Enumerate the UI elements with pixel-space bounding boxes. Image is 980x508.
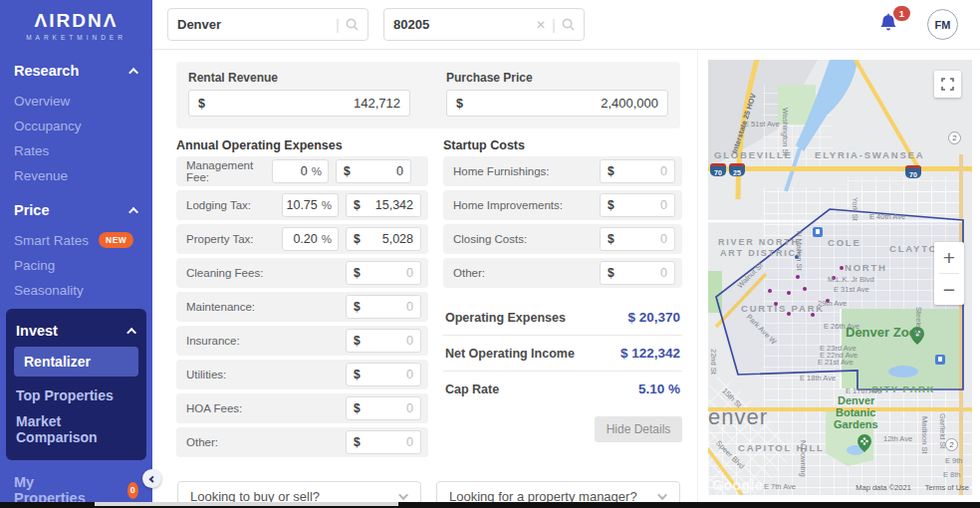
summary-section: Operating Expenses $ 20,370 Net Operatin… (443, 300, 682, 442)
percent-input[interactable]: 0% (272, 159, 329, 183)
purchase-price-input[interactable]: $ 2,400,000 (446, 90, 668, 117)
interstate-25-shield: 25 (729, 163, 745, 176)
airdna-rentalizer-app: ΛIRDNΛ MARKETMINDER Research Overview Oc… (0, 0, 980, 508)
property-marker[interactable] (787, 291, 791, 295)
amount-input[interactable]: $0 (346, 261, 421, 285)
net-operating-income-row: Net Operating Income $ 122,342 (443, 336, 682, 372)
terms-of-use-link[interactable]: Terms of Use (925, 483, 969, 492)
search-icon[interactable] (562, 18, 575, 31)
sidebar-item-rates[interactable]: Rates (0, 138, 152, 163)
market-search-input[interactable]: Denver | (167, 8, 368, 41)
sidebar-collapse-button[interactable] (142, 469, 161, 488)
property-marker[interactable] (840, 266, 844, 270)
property-marker[interactable] (774, 302, 778, 306)
expense-row-management-fee: Management Fee: 0% $0 (176, 156, 428, 186)
interstate-70-shield: 70 (710, 163, 726, 176)
sidebar-item-market-comparison[interactable]: Market Comparison (6, 408, 146, 450)
hide-details-button[interactable]: Hide Details (595, 416, 682, 442)
sidebar-item-pacing[interactable]: Pacing (0, 253, 152, 278)
property-marker[interactable] (803, 287, 807, 291)
amount-input[interactable]: $0 (346, 329, 421, 353)
amount-input[interactable]: $0 (600, 159, 675, 183)
expense-row-maintenance: Maintenance: $0 (176, 292, 428, 322)
startup-row-closing-costs: Closing Costs: $0 (443, 224, 682, 254)
expense-row-property-tax: Property Tax: 0.20% $5,028 (176, 224, 428, 254)
section-invest[interactable]: Invest (6, 323, 146, 339)
amount-input[interactable]: $0 (346, 363, 421, 386)
bottom-edge-strip (0, 502, 980, 508)
property-marker[interactable] (826, 299, 830, 303)
startup-heading: Startup Costs (443, 138, 525, 152)
sidebar-item-overview[interactable]: Overview (0, 89, 152, 114)
map-canvas[interactable]: 70 25 70 2 2 GLOBEVILLE ELYRIA-SWANSEA R… (708, 60, 972, 495)
notification-count-badge: 1 (893, 6, 910, 21)
chevron-up-icon (128, 206, 138, 216)
operating-expenses-value: $ 20,370 (627, 310, 680, 325)
revenue-price-card: Rental Revenue $ 142,712 Purchase Price … (176, 62, 680, 128)
google-logo: Google (712, 477, 763, 493)
zip-search-input[interactable]: 80205 ✕ | (383, 8, 585, 41)
zoom-in-button[interactable]: + (934, 242, 964, 273)
property-marker-blue[interactable] (795, 255, 799, 259)
startup-row-home-furnishings: Home Furnishings: $0 (443, 156, 682, 186)
percent-input[interactable]: 0.20% (282, 227, 339, 251)
zoom-out-button[interactable]: − (934, 274, 964, 305)
invest-section: Invest Rentalizer Top Properties Market … (6, 309, 146, 460)
interstate-70-shield: 70 (905, 165, 921, 178)
topbar: Denver | 80205 ✕ | 1 FM (152, 0, 980, 50)
user-avatar[interactable]: FM (927, 9, 958, 40)
sidebar-item-seasonality[interactable]: Seasonality (0, 278, 152, 303)
amount-input[interactable]: $0 (336, 159, 411, 183)
section-research[interactable]: Research (0, 63, 152, 79)
expense-row-hoa-fees: HOA Fees: $0 (176, 393, 428, 423)
botanic-gardens-pin[interactable] (858, 434, 871, 452)
route-2-badge: 2 (945, 438, 958, 451)
expense-row-utilities: Utilities: $0 (176, 360, 428, 389)
denver-zoo-pin[interactable] (910, 327, 924, 345)
my-properties-count-badge: 0 (127, 482, 138, 499)
expense-row-cleaning-fees: Cleaning Fees: $0 (176, 258, 428, 288)
rental-revenue-input[interactable]: $ 142,712 (188, 90, 410, 117)
search-icon[interactable] (346, 18, 359, 31)
property-marker[interactable] (796, 275, 800, 279)
property-marker[interactable] (832, 276, 836, 280)
clear-icon[interactable]: ✕ (536, 18, 546, 32)
logo[interactable]: ΛIRDNΛ MARKETMINDER (0, 0, 152, 45)
net-operating-income-value: $ 122,342 (620, 346, 680, 361)
expenses-heading: Annual Operating Expenses (176, 138, 443, 152)
map-base-layers (708, 60, 972, 495)
percent-input[interactable]: 10.75% (282, 193, 339, 217)
amount-input[interactable]: $0 (346, 295, 421, 319)
property-marker[interactable] (811, 313, 815, 317)
map-zoom-control: + − (934, 242, 964, 305)
rental-revenue-label: Rental Revenue (188, 71, 410, 85)
amount-input[interactable]: $0 (346, 396, 421, 420)
amount-input[interactable]: $0 (600, 193, 675, 217)
fullscreen-button[interactable] (934, 71, 961, 98)
expenses-column: Management Fee: 0% $0 Lodging Tax: 10.75… (176, 156, 428, 461)
sidebar: ΛIRDNΛ MARKETMINDER Research Overview Oc… (0, 0, 152, 508)
sidebar-item-occupancy[interactable]: Occupancy (0, 114, 152, 138)
airdna-logo-text: ΛIRDNΛ (0, 10, 152, 32)
startup-row-other: Other: $0 (443, 258, 682, 288)
sidebar-item-rentalizer[interactable]: Rentalizer (14, 347, 138, 377)
transit-station-icon (935, 355, 945, 365)
property-marker[interactable] (768, 289, 772, 293)
section-price[interactable]: Price (0, 202, 152, 218)
chevron-up-icon (126, 327, 136, 337)
route-2-badge: 2 (948, 131, 961, 144)
sidebar-item-top-properties[interactable]: Top Properties (6, 382, 146, 408)
sidebar-item-smart-rates[interactable]: Smart RatesNEW (0, 228, 152, 253)
amount-input[interactable]: $5,028 (346, 227, 421, 251)
expense-row-insurance: Insurance: $0 (176, 326, 428, 356)
amount-input[interactable]: $0 (600, 261, 675, 285)
amount-input[interactable]: $0 (600, 227, 675, 251)
amount-input[interactable]: $15,342 (346, 193, 421, 217)
cap-rate-row: Cap Rate 5.10 % (443, 372, 682, 406)
property-marker[interactable] (787, 312, 791, 316)
chevron-left-icon (149, 476, 156, 483)
sidebar-item-revenue[interactable]: Revenue (0, 163, 152, 188)
notifications-button[interactable]: 1 (879, 13, 901, 37)
amount-input[interactable]: $0 (346, 430, 421, 454)
cap-rate-value: 5.10 % (638, 381, 680, 396)
